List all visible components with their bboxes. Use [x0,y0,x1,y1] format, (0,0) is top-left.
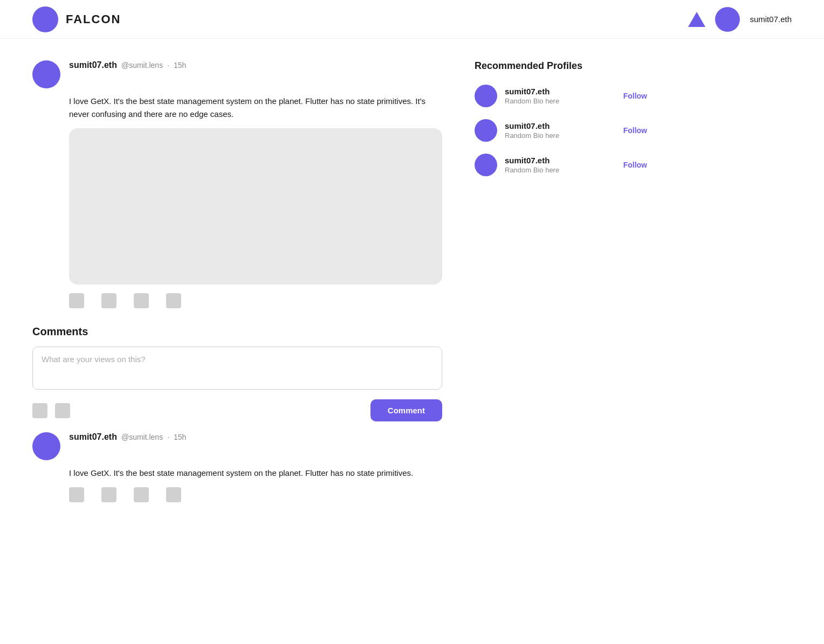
recommended-profile-0: sumit07.eth Random Bio here Follow [475,85,647,107]
sidebar-title: Recommended Profiles [475,60,647,72]
follow-button-0[interactable]: Follow [623,92,647,100]
media-icon[interactable] [55,403,70,418]
comment-post-card: sumit07.eth @sumit.lens · 15h I love Get… [32,432,442,502]
comment-input[interactable] [32,347,442,390]
comment-share-icon[interactable] [166,487,181,502]
comments-section: Comments Comment [32,326,442,421]
logo-text: FALCON [66,12,121,26]
post-body: I love GetX. It's the best state managem… [69,95,442,121]
post-actions [69,293,442,308]
rec-bio-0: Random Bio here [505,97,616,105]
main-post-card: sumit07.eth @sumit.lens · 15h I love Get… [32,60,442,308]
navbar-left: FALCON [32,6,121,32]
post-avatar [32,60,60,88]
nav-avatar[interactable] [715,7,740,32]
post-author: sumit07.eth [69,60,117,70]
navbar-right: sumit07.eth [688,7,792,32]
rec-name-0: sumit07.eth [505,87,616,96]
comment-post-actions [69,487,442,502]
follow-button-2[interactable]: Follow [623,161,647,169]
comment-post-handle: @sumit.lens [121,433,163,441]
logo-circle [32,6,58,32]
comment-post-body: I love GetX. It's the best state managem… [69,467,442,480]
post-time-separator: · [167,61,169,70]
post-image-placeholder [69,128,442,285]
post-handle: @sumit.lens [121,61,163,70]
comment-post-meta: sumit07.eth @sumit.lens · 15h [69,432,186,442]
rec-info-1: sumit07.eth Random Bio here [505,121,616,140]
comment-submit-button[interactable]: Comment [370,399,442,421]
main-layout: sumit07.eth @sumit.lens · 15h I love Get… [0,39,824,541]
emoji-icon[interactable] [32,403,47,418]
feed-column: sumit07.eth @sumit.lens · 15h I love Get… [32,60,442,520]
post-time: 15h [174,61,186,70]
comment-left-icons [32,403,70,418]
post-meta: sumit07.eth @sumit.lens · 15h [69,60,186,70]
comment-post-header: sumit07.eth @sumit.lens · 15h [32,432,442,460]
rec-bio-2: Random Bio here [505,166,616,174]
comment-post-time-separator: · [167,433,169,441]
comment-icon[interactable] [101,293,116,308]
rec-info-2: sumit07.eth Random Bio here [505,156,616,174]
navbar: FALCON sumit07.eth [0,0,824,39]
share-icon[interactable] [166,293,181,308]
sidebar: Recommended Profiles sumit07.eth Random … [475,60,647,520]
like-icon[interactable] [69,293,84,308]
rec-name-1: sumit07.eth [505,121,616,130]
rec-avatar-1 [475,119,497,142]
post-header: sumit07.eth @sumit.lens · 15h [32,60,442,88]
repost-icon[interactable] [134,293,149,308]
nav-username: sumit07.eth [750,15,792,24]
comment-post-avatar [32,432,60,460]
comment-actions-row: Comment [32,399,442,421]
comment-post-meta-top: sumit07.eth @sumit.lens · 15h [69,432,186,442]
comment-like-icon[interactable] [69,487,84,502]
rec-avatar-0 [475,85,497,107]
rec-name-2: sumit07.eth [505,156,616,165]
rec-avatar-2 [475,154,497,176]
comments-title: Comments [32,326,442,338]
comment-repost-icon[interactable] [134,487,149,502]
post-meta-top: sumit07.eth @sumit.lens · 15h [69,60,186,70]
follow-button-1[interactable]: Follow [623,126,647,135]
recommended-profile-2: sumit07.eth Random Bio here Follow [475,154,647,176]
comment-reply-icon[interactable] [101,487,116,502]
recommended-profile-1: sumit07.eth Random Bio here Follow [475,119,647,142]
rec-bio-1: Random Bio here [505,131,616,140]
rec-info-0: sumit07.eth Random Bio here [505,87,616,105]
comment-post-time: 15h [174,433,186,441]
triangle-icon [688,12,705,27]
comment-post-author: sumit07.eth [69,432,117,442]
